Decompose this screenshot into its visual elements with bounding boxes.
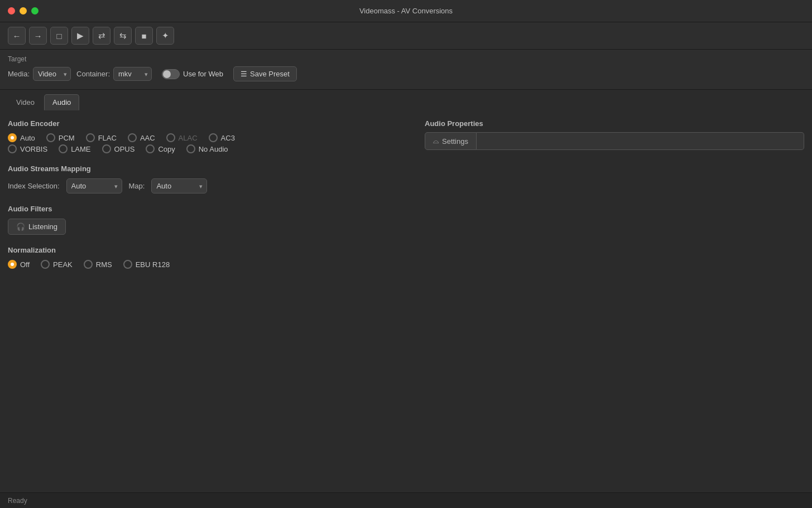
radio-copy-label: Copy: [158, 145, 175, 153]
titlebar: Videomass - AV Conversions: [0, 0, 812, 22]
right-panel: Audio Properties ⌓ Settings: [425, 119, 804, 483]
settings-label: Settings: [442, 137, 468, 146]
map-select[interactable]: Auto All Best: [151, 178, 207, 193]
radio-flac-btn[interactable]: [86, 133, 95, 142]
home-button[interactable]: □: [50, 27, 68, 45]
radio-aac[interactable]: AAC: [128, 133, 155, 142]
use-for-web-toggle[interactable]: Use for Web: [162, 69, 223, 79]
radio-vorbis[interactable]: VORBIS: [8, 144, 47, 153]
media-select-wrapper: Video Audio: [33, 67, 71, 81]
norm-ebu-label: EBU R128: [136, 260, 170, 269]
radio-pcm-label: PCM: [59, 134, 75, 142]
normalization-group: Off PEAK RMS EBU R128: [8, 260, 414, 269]
radio-auto[interactable]: Auto: [8, 133, 35, 142]
radio-no-audio[interactable]: No Audio: [186, 144, 228, 153]
norm-off[interactable]: Off: [8, 260, 30, 269]
audio-encoder-title: Audio Encoder: [8, 119, 414, 128]
tab-video[interactable]: Video: [8, 94, 43, 110]
stop-button[interactable]: ■: [135, 27, 153, 45]
status-text: Ready: [8, 497, 27, 505]
main-content: Audio Encoder Auto PCM FLAC AAC: [0, 110, 812, 492]
container-label: Container:: [76, 70, 110, 78]
norm-rms-label: RMS: [96, 260, 112, 269]
toggle-switch[interactable]: [162, 69, 180, 79]
tabs-bar: Video Audio: [0, 90, 812, 110]
radio-pcm-btn[interactable]: [46, 133, 55, 142]
index-select[interactable]: Auto 0 1 2: [66, 178, 122, 193]
norm-ebu[interactable]: EBU R128: [123, 260, 170, 269]
maximize-button[interactable]: [31, 7, 39, 14]
statusbar: Ready: [0, 492, 812, 508]
listening-icon: 🎧: [16, 222, 25, 231]
radio-copy[interactable]: Copy: [146, 144, 175, 153]
radio-no-audio-btn[interactable]: [186, 144, 195, 153]
forward-button[interactable]: →: [29, 27, 47, 45]
audio-filters-title: Audio Filters: [8, 205, 414, 213]
radio-alac-btn[interactable]: [166, 133, 175, 142]
settings-content: [477, 132, 804, 150]
radio-lame[interactable]: LAME: [59, 144, 90, 153]
radio-lame-btn[interactable]: [59, 144, 68, 153]
container-field: Container: mkv mp4 avi mov webm: [76, 67, 152, 81]
audio-settings-button[interactable]: ⌓ Settings: [425, 132, 477, 150]
radio-opus-label: OPUS: [114, 145, 135, 153]
container-select[interactable]: mkv mp4 avi mov webm: [113, 67, 152, 81]
settings-row: ⌓ Settings: [425, 132, 804, 150]
norm-off-btn[interactable]: [8, 260, 17, 269]
audio-filters-section: Audio Filters 🎧 Listening: [8, 205, 414, 235]
media-select[interactable]: Video Audio: [33, 67, 71, 81]
normalization-title: Normalization: [8, 246, 414, 254]
audio-streams-title: Audio Streams Mapping: [8, 165, 414, 173]
radio-ac3[interactable]: AC3: [209, 133, 235, 142]
left-panel: Audio Encoder Auto PCM FLAC AAC: [8, 119, 414, 483]
map-select-wrapper: Auto All Best: [151, 178, 207, 193]
radio-vorbis-label: VORBIS: [20, 145, 47, 153]
radio-copy-btn[interactable]: [146, 144, 155, 153]
radio-pcm[interactable]: PCM: [46, 133, 75, 142]
save-preset-icon: ☰: [241, 70, 247, 78]
tab-audio[interactable]: Audio: [44, 94, 79, 110]
settings-button[interactable]: ✦: [156, 27, 174, 45]
close-button[interactable]: [8, 7, 15, 14]
radio-no-audio-label: No Audio: [199, 145, 228, 153]
save-preset-button[interactable]: ☰ Save Preset: [233, 66, 297, 81]
radio-auto-btn[interactable]: [8, 133, 17, 142]
audio-encoder-section: Audio Encoder Auto PCM FLAC AAC: [8, 119, 414, 153]
target-label: Target: [8, 55, 804, 63]
window-title: Videomass - AV Conversions: [359, 7, 453, 15]
window-controls: [8, 7, 39, 14]
norm-ebu-btn[interactable]: [123, 260, 132, 269]
target-bar: Target Media: Video Audio Container: mkv…: [0, 50, 812, 90]
save-preset-label: Save Preset: [250, 70, 290, 78]
back-button[interactable]: ←: [8, 27, 26, 45]
audio-props-title: Audio Properties: [425, 119, 804, 128]
radio-opus[interactable]: OPUS: [102, 144, 135, 153]
norm-rms-btn[interactable]: [84, 260, 93, 269]
radio-vorbis-btn[interactable]: [8, 144, 17, 153]
radio-opus-btn[interactable]: [102, 144, 111, 153]
norm-peak-label: PEAK: [53, 260, 73, 269]
radio-auto-label: Auto: [20, 134, 35, 142]
play-button[interactable]: ▶: [71, 27, 89, 45]
audio-streams-section: Audio Streams Mapping Index Selection: A…: [8, 165, 414, 193]
radio-flac[interactable]: FLAC: [86, 133, 117, 142]
listening-label: Listening: [28, 222, 57, 231]
listening-button[interactable]: 🎧 Listening: [8, 219, 66, 235]
norm-rms[interactable]: RMS: [84, 260, 112, 269]
audio-encoder-group-2: VORBIS LAME OPUS Copy No Audio: [8, 144, 414, 153]
target-controls: Media: Video Audio Container: mkv mp4 av…: [8, 66, 804, 81]
convert-button[interactable]: ⇆: [114, 27, 132, 45]
radio-lame-label: LAME: [71, 145, 90, 153]
norm-peak[interactable]: PEAK: [41, 260, 73, 269]
index-select-wrapper: Auto 0 1 2: [66, 178, 122, 193]
radio-flac-label: FLAC: [98, 134, 117, 142]
radio-aac-btn[interactable]: [128, 133, 137, 142]
radio-alac[interactable]: ALAC: [166, 133, 198, 142]
audio-encoder-group: Auto PCM FLAC AAC ALAC: [8, 133, 414, 142]
container-select-wrapper: mkv mp4 avi mov webm: [113, 67, 152, 81]
transform-button[interactable]: ⇄: [93, 27, 110, 45]
normalization-section: Normalization Off PEAK RMS EBU R128: [8, 246, 414, 269]
radio-ac3-btn[interactable]: [209, 133, 218, 142]
norm-peak-btn[interactable]: [41, 260, 50, 269]
minimize-button[interactable]: [20, 7, 27, 14]
